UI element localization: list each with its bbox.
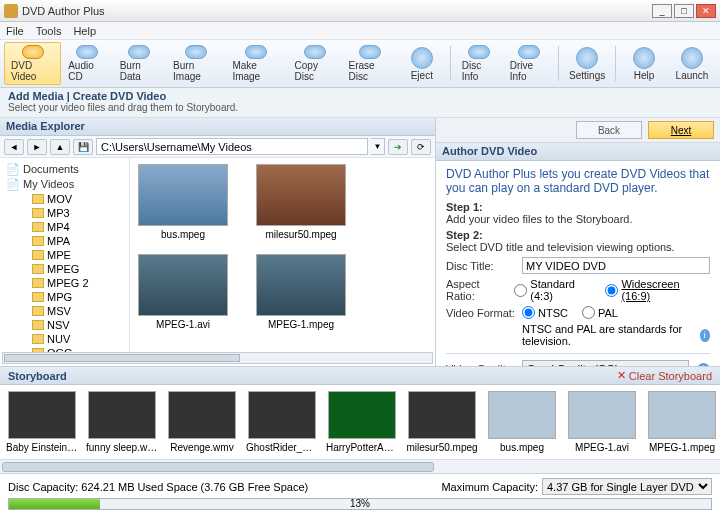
- storyboard-item[interactable]: MPEG-1.mpeg: [646, 391, 718, 453]
- aspect-ratio-label: Aspect Ratio:: [446, 278, 510, 302]
- go-button[interactable]: ➔: [388, 139, 408, 155]
- menu-file[interactable]: File: [6, 25, 24, 37]
- aspect-std-radio[interactable]: Standard (4:3): [514, 278, 591, 302]
- toolbar-label: Make Image: [232, 60, 280, 82]
- clear-storyboard-button[interactable]: ✕Clear Storyboard: [617, 369, 712, 382]
- thumbnail-item[interactable]: bus.mpeg: [136, 164, 230, 240]
- storyboard-caption: MPEG-1.mpeg: [646, 442, 718, 453]
- tree-folder[interactable]: MPE: [2, 248, 127, 262]
- toolbar-burn-data[interactable]: Burn Data: [113, 42, 166, 85]
- capacity-bar: Disc Capacity: 624.21 MB Used Space (3.7…: [8, 478, 712, 495]
- aspect-ws-radio[interactable]: Widescreen (16:9): [605, 278, 700, 302]
- toolbar-launch[interactable]: Launch: [668, 42, 716, 85]
- next-button[interactable]: Next: [648, 121, 714, 139]
- toolbar-label: Disc Info: [462, 60, 496, 82]
- separator: [446, 353, 710, 354]
- folder-icon: [32, 278, 44, 288]
- path-dropdown[interactable]: ▼: [371, 138, 385, 155]
- thumbnail-item[interactable]: MPEG-1.avi: [136, 254, 230, 330]
- step-2: Step 2:Select DVD title and television v…: [446, 229, 710, 253]
- storyboard-item[interactable]: MPEG-1.avi: [566, 391, 638, 453]
- folder-icon: [32, 194, 44, 204]
- maximize-button[interactable]: □: [674, 4, 694, 18]
- tree-folder[interactable]: NUV: [2, 332, 127, 346]
- toolbar-disc-info[interactable]: Disc Info: [455, 42, 503, 85]
- toolbar-help[interactable]: Help: [620, 42, 668, 85]
- fwd-nav-button[interactable]: ►: [27, 139, 47, 155]
- progress-percent: 13%: [350, 498, 370, 509]
- storyboard-item[interactable]: HarryPotterAndTh...: [326, 391, 398, 453]
- video-quality-select[interactable]: Good Quality (GQ): [522, 360, 689, 366]
- drive-icon[interactable]: 💾: [73, 139, 93, 155]
- info-icon[interactable]: i: [700, 329, 710, 342]
- toolbar-label: Erase Disc: [348, 60, 390, 82]
- thumbnail-caption: bus.mpeg: [161, 229, 205, 240]
- toolbar-drive-info[interactable]: Drive Info: [503, 42, 554, 85]
- refresh-button[interactable]: ⟳: [411, 139, 431, 155]
- thumbnail-grid: bus.mpegmilesur50.mpegMPEG-1.aviMPEG-1.m…: [130, 158, 435, 352]
- storyboard-item[interactable]: milesur50.mpeg: [406, 391, 478, 453]
- menu-help[interactable]: Help: [73, 25, 96, 37]
- vformat-note-row: NTSC and PAL are standards for televisio…: [446, 323, 710, 347]
- footer-panel: Disc Capacity: 624.21 MB Used Space (3.7…: [0, 473, 720, 513]
- back-nav-button[interactable]: ◄: [4, 139, 24, 155]
- media-explorer-title: Media Explorer: [0, 118, 435, 136]
- toolbar-burn-image[interactable]: Burn Image: [166, 42, 225, 85]
- add-media-header: Add Media | Create DVD Video Select your…: [0, 88, 720, 118]
- toolbar-label: Audio CD: [68, 60, 105, 82]
- tree-node-my-videos[interactable]: 📄 My Videos: [2, 177, 127, 192]
- tree-folder[interactable]: MPEG: [2, 262, 127, 276]
- tree-folder[interactable]: MSV: [2, 304, 127, 318]
- up-nav-button[interactable]: ▲: [50, 139, 70, 155]
- disc-icon: [633, 47, 655, 69]
- storyboard-item[interactable]: funny sleep.wmv: [86, 391, 158, 453]
- tree-folder[interactable]: MOV: [2, 192, 127, 206]
- folder-icon: [32, 236, 44, 246]
- toolbar-separator: [558, 46, 559, 81]
- storyboard-scrollbar[interactable]: [0, 459, 720, 473]
- pal-radio[interactable]: PAL: [582, 306, 618, 319]
- tree-folder[interactable]: NSV: [2, 318, 127, 332]
- storyboard-item[interactable]: Revenge.wmv: [166, 391, 238, 453]
- tree-folder[interactable]: MP4: [2, 220, 127, 234]
- close-button[interactable]: ✕: [696, 4, 716, 18]
- titlebar: DVD Author Plus _ □ ✕: [0, 0, 720, 22]
- toolbar-settings[interactable]: Settings: [563, 42, 611, 85]
- toolbar-erase-disc[interactable]: Erase Disc: [341, 42, 397, 85]
- max-capacity-select[interactable]: 4.37 GB for Single Layer DVD: [542, 478, 712, 495]
- toolbar-eject[interactable]: Eject: [398, 42, 446, 85]
- tree-node-documents[interactable]: 📄 Documents: [2, 162, 127, 177]
- tree-folder[interactable]: MPG: [2, 290, 127, 304]
- folder-label: MPA: [47, 235, 70, 247]
- path-input[interactable]: [96, 138, 368, 155]
- toolbar-make-image[interactable]: Make Image: [225, 42, 287, 85]
- media-explorer-panel: Media Explorer ◄ ► ▲ 💾 ▼ ➔ ⟳ 📄 Documents…: [0, 118, 436, 366]
- vformat-note: NTSC and PAL are standards for televisio…: [522, 323, 692, 347]
- ntsc-radio[interactable]: NTSC: [522, 306, 568, 319]
- toolbar-copy-disc[interactable]: Copy Disc: [288, 42, 342, 85]
- storyboard-thumb: [88, 391, 156, 439]
- toolbar-dvd-video[interactable]: DVD Video: [4, 42, 61, 85]
- tree-scrollbar[interactable]: [2, 352, 433, 364]
- toolbar-audio-cd[interactable]: Audio CD: [61, 42, 112, 85]
- add-media-heading: Add Media | Create DVD Video: [8, 90, 712, 102]
- aspect-ratio-row: Aspect Ratio: Standard (4:3) Widescreen …: [446, 278, 710, 302]
- video-format-label: Video Format:: [446, 307, 518, 319]
- minimize-button[interactable]: _: [652, 4, 672, 18]
- storyboard-item[interactable]: GhostRider_Stan_...: [246, 391, 318, 453]
- disc-title-input[interactable]: [522, 257, 710, 274]
- tree-folder[interactable]: MPA: [2, 234, 127, 248]
- thumbnail-item[interactable]: milesur50.mpeg: [254, 164, 348, 240]
- thumbnail-item[interactable]: MPEG-1.mpeg: [254, 254, 348, 330]
- tree-folder[interactable]: MP3: [2, 206, 127, 220]
- storyboard-caption: bus.mpeg: [486, 442, 558, 453]
- tree-folder[interactable]: MPEG 2: [2, 276, 127, 290]
- storyboard-item[interactable]: bus.mpeg: [486, 391, 558, 453]
- menu-tools[interactable]: Tools: [36, 25, 62, 37]
- info-icon[interactable]: i: [697, 363, 710, 367]
- main-toolbar: DVD VideoAudio CDBurn DataBurn ImageMake…: [0, 40, 720, 88]
- disc-icon: [681, 47, 703, 69]
- storyboard-caption: milesur50.mpeg: [406, 442, 478, 453]
- storyboard-item[interactable]: Baby Einstein - Ba...: [6, 391, 78, 453]
- back-button[interactable]: Back: [576, 121, 642, 139]
